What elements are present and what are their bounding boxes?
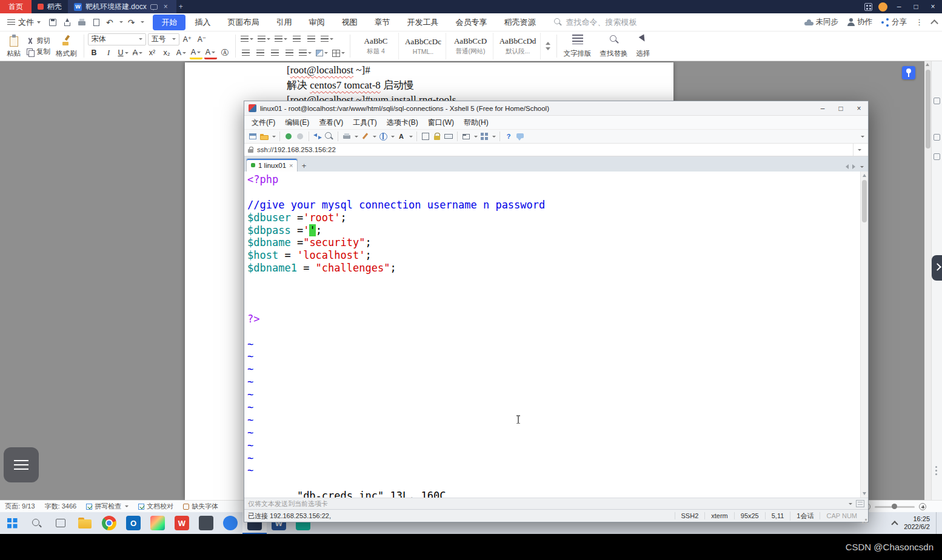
resize-grip[interactable]: [865, 519, 867, 521]
style-default[interactable]: AaBbCcDd 默认段...: [496, 33, 541, 59]
shading-button[interactable]: [315, 47, 329, 59]
tab-section[interactable]: 章节: [366, 15, 398, 30]
scroll-up-icon[interactable]: [863, 174, 866, 177]
redo-button[interactable]: ↷: [128, 18, 135, 27]
disconnect-icon[interactable]: [295, 132, 305, 141]
task-view-button[interactable]: [48, 512, 73, 534]
hidden-icons-chevron[interactable]: [892, 520, 898, 526]
xshell-minimize-button[interactable]: –: [813, 101, 832, 115]
chevron-down-icon[interactable]: [272, 136, 276, 138]
save-icon[interactable]: [48, 18, 58, 27]
web-icon[interactable]: [378, 132, 388, 141]
send-text-bar[interactable]: 仅将文本发送到当前选项卡: [244, 498, 868, 509]
align-center-button[interactable]: [254, 47, 267, 59]
tab-member[interactable]: 会员专享: [447, 15, 495, 30]
chevron-down-icon[interactable]: [355, 136, 358, 138]
multilevel-list-button[interactable]: [273, 33, 289, 45]
address-dropdown[interactable]: [853, 144, 864, 156]
chevron-down-icon[interactable]: [849, 503, 852, 505]
font-size-select[interactable]: 五号: [148, 33, 179, 45]
pin-button[interactable]: [902, 66, 915, 79]
redo-caret-icon[interactable]: [141, 21, 144, 23]
floating-quick-panel[interactable]: [4, 447, 39, 482]
menu-tabs[interactable]: 选项卡(B): [382, 118, 423, 128]
taskbar-file-explorer[interactable]: [73, 512, 97, 534]
overflow-menu-icon[interactable]: ⋮: [915, 18, 923, 27]
copy-button[interactable]: 复制: [26, 47, 50, 56]
subscript-button[interactable]: x₂: [161, 47, 173, 59]
tab-docer-resources[interactable]: 稻壳资源: [496, 15, 543, 30]
session-tab-linux01[interactable]: 1 linux01 ×: [246, 158, 298, 172]
styles-down-icon[interactable]: [546, 47, 550, 50]
taskbar-app-dark[interactable]: [194, 512, 218, 534]
tab-view[interactable]: 视图: [333, 15, 365, 30]
apps-grid-icon[interactable]: [864, 3, 872, 11]
wps-home-button[interactable]: 首页: [0, 0, 32, 13]
highlight-button[interactable]: A: [190, 47, 202, 59]
line-spacing-button[interactable]: [298, 47, 313, 59]
italic-button[interactable]: I: [102, 47, 115, 59]
strikethrough-button[interactable]: A: [132, 47, 144, 59]
chevron-down-icon[interactable]: [409, 136, 413, 138]
spell-check-toggle[interactable]: 拼写检查: [86, 502, 129, 511]
tab-scroll-right-icon[interactable]: [852, 164, 855, 169]
bold-button[interactable]: B: [88, 47, 101, 59]
select-tool-icon[interactable]: [934, 98, 940, 104]
file-menu[interactable]: 文件: [5, 17, 43, 28]
increase-indent-button[interactable]: [305, 33, 318, 45]
transfer-icon[interactable]: [313, 132, 322, 141]
toolbar-overflow-icon[interactable]: [861, 136, 864, 138]
grow-font-button[interactable]: A⁺: [181, 33, 194, 45]
cut-button[interactable]: 剪切: [26, 36, 50, 45]
underline-button[interactable]: U: [117, 47, 130, 59]
undo-caret-icon[interactable]: [119, 21, 123, 23]
decrease-indent-button[interactable]: [290, 33, 303, 45]
superscript-button[interactable]: x²: [146, 47, 159, 59]
tab-insert[interactable]: 插入: [187, 15, 218, 30]
document-tab[interactable]: W 靶机环境搭建.docx ×: [68, 0, 176, 13]
tab-list-icon[interactable]: [860, 166, 864, 168]
feedback-icon[interactable]: [515, 132, 525, 141]
style-html[interactable]: AaBbCcDc HTML..: [401, 33, 446, 59]
print-icon[interactable]: [77, 18, 87, 27]
chevron-down-icon[interactable]: [391, 136, 395, 138]
taskbar-chrome[interactable]: [97, 512, 121, 534]
sync-status[interactable]: 未同步: [804, 17, 839, 27]
doc-proof-toggle[interactable]: 文档校对: [138, 502, 173, 511]
numbering-button[interactable]: [256, 33, 272, 45]
share-button[interactable]: 分享: [881, 17, 907, 27]
avatar[interactable]: [878, 2, 887, 12]
start-button[interactable]: [0, 512, 24, 534]
bullets-button[interactable]: [239, 33, 255, 45]
command-search[interactable]: 查找命令、搜索模板: [554, 17, 636, 28]
font-name-select[interactable]: 宋体: [88, 33, 146, 45]
keyboard-icon[interactable]: [444, 132, 453, 141]
word-count[interactable]: 字数: 3466: [45, 502, 77, 511]
zoom-in-button[interactable]: [919, 503, 926, 510]
zoom-slider[interactable]: [875, 506, 915, 508]
undo-button[interactable]: ↶: [106, 18, 113, 27]
justify-button[interactable]: [283, 47, 296, 59]
missing-font-button[interactable]: 缺失字体: [183, 502, 218, 511]
tab-review[interactable]: 审阅: [301, 15, 332, 30]
panel-expander-button[interactable]: [932, 255, 942, 281]
terminal-scrollbar[interactable]: [860, 172, 868, 498]
menu-file[interactable]: 文件(F): [247, 118, 280, 128]
tab-page-layout[interactable]: 页面布局: [219, 15, 267, 30]
char-border-button[interactable]: Ⓐ: [219, 47, 232, 59]
find-replace-button[interactable]: 查找替换: [597, 33, 631, 59]
align-left-button[interactable]: [239, 47, 252, 59]
new-session-tab-button[interactable]: +: [298, 159, 310, 172]
chevron-down-icon[interactable]: [492, 136, 496, 138]
collaborate-button[interactable]: 协作: [847, 17, 872, 27]
scrollbar-thumb[interactable]: [862, 180, 867, 222]
menu-tools[interactable]: 工具(T): [348, 118, 381, 128]
new-session-icon[interactable]: [248, 132, 258, 141]
print-icon[interactable]: [342, 132, 352, 141]
tab-dev-tools[interactable]: 开发工具: [399, 15, 446, 30]
styles-up-icon[interactable]: [546, 42, 550, 45]
tile-layout-icon[interactable]: [479, 132, 489, 141]
taskbar-app-colorful[interactable]: [145, 512, 170, 534]
menu-help[interactable]: 帮助(H): [459, 118, 493, 128]
align-right-button[interactable]: [269, 47, 281, 59]
